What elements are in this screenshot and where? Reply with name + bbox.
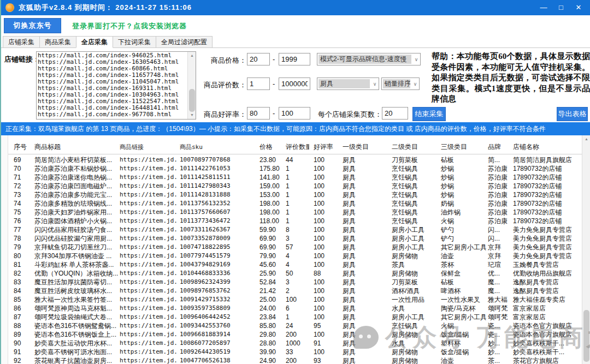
rating-min-input[interactable] — [247, 107, 270, 120]
table-row[interactable]: 83魔豆胜活加厚抗菌防霉切...https://item.jd...100989… — [8, 278, 582, 287]
cell-review-count: 24 — [284, 321, 309, 330]
cell-category1: 厨具 — [341, 208, 390, 217]
rating-max-input[interactable] — [279, 107, 310, 120]
review-max-input[interactable] — [279, 77, 310, 90]
maximize-button[interactable]: □ — [554, 0, 568, 15]
cell-rating: 100 — [309, 225, 341, 234]
cell-index: 86 — [8, 304, 33, 313]
tab-product-collect[interactable]: 商品采集 — [39, 36, 76, 47]
column-header-link[interactable]: 商品链接 — [118, 140, 178, 154]
cell-store: 美力免免厨具专营店 — [511, 234, 582, 243]
cell-brand: 闪... — [486, 225, 511, 234]
table-row[interactable]: 73苏泊康苏泊康多功能元宝...https://item.jd...101114… — [8, 190, 582, 199]
scroll-down-icon[interactable]: ▼ — [188, 111, 196, 119]
cell-category1: 厨具 — [341, 313, 390, 321]
scroll-up-icon[interactable]: ▲ — [582, 135, 590, 143]
table-row[interactable]: 79京拜鱿鱼切花刀切葱丝刀...https://item.jd...100747… — [8, 243, 582, 252]
chevron-down-icon: ∨ — [412, 57, 420, 62]
tab-whole-store-collect[interactable]: 全店采集 — [76, 36, 113, 48]
table-row[interactable]: 87颂呵梵垃圾袋抽绳式大卷...https://item.jd...100964… — [8, 313, 582, 321]
table-row[interactable]: 89瓷语本色316不锈钢饭盒上...https://item.jd...1009… — [8, 330, 582, 339]
table-row[interactable]: 72苏泊康苏泊康凹面电磁炉...https://item.jd...101114… — [8, 182, 582, 190]
cell-store: 瓷语本色官方旗舰店 — [511, 330, 582, 339]
table-row[interactable]: 92茶花银离子抗菌油壶厨房...https://item.jd...100477… — [8, 356, 582, 364]
close-button[interactable]: ✕ — [571, 0, 586, 15]
table-row[interactable]: 80京拜304加厚不锈钢油壶 ...https://item.jd...1007… — [8, 252, 582, 260]
cell-index: 92 — [8, 356, 33, 364]
review-min-input[interactable] — [247, 77, 270, 90]
cell-category1: 厨具 — [341, 173, 390, 182]
cell-rating: 100 — [309, 173, 341, 182]
cell-price: 23.84 — [258, 313, 284, 321]
cell-title: 苏泊康苏泊康凹面电磁炉... — [33, 182, 118, 190]
table-row[interactable]: 78闪闪优品硅胶漏勺家用厨...https://item.jd...100733… — [8, 234, 582, 243]
scroll-up-icon[interactable]: ▲ — [188, 52, 196, 59]
pages-per-shop-input[interactable] — [382, 107, 408, 120]
cell-category1: 厨具 — [341, 348, 390, 356]
table-scrollbar[interactable]: ▲ — [582, 135, 590, 364]
cell-store: 妙奕嘉秩秩斯干... — [511, 348, 582, 356]
table-row[interactable]: 88瓷语本色316不锈钢鸳鸯锅...https://item.jd...1009… — [8, 321, 582, 330]
tab-shop-collect[interactable]: 店铺采集 — [3, 36, 40, 47]
cell-price: 153.00 — [258, 190, 284, 199]
table-row[interactable]: 82优勤（YOUQIN）冰箱收纳...https://item.jd...101… — [8, 269, 582, 278]
mode-select[interactable]: 模式2-可显示品牌信息-速度慢 ∨ — [317, 53, 421, 65]
install-browser-link[interactable]: 登录界面打不开？点我安装浏览器 — [72, 21, 187, 31]
cell-review-count: 44 — [284, 156, 309, 164]
switch-jd-account-button[interactable]: 切换京东号 — [4, 18, 61, 33]
cell-review-count: 1 — [284, 217, 309, 225]
tab-dropdown-word-collect[interactable]: 下拉词采集 — [113, 36, 156, 47]
cell-index: 82 — [8, 269, 33, 278]
table-row[interactable]: 74苏泊康多精致的珐琅锅线...https://item.jd...101137… — [8, 199, 582, 208]
table-row[interactable]: 81斗彩鸡缸杯 单人茶杯茶盏...https://item.jd...10043… — [8, 260, 582, 269]
column-header-rating[interactable]: 好评率 — [309, 140, 341, 154]
cell-category1: 厨具 — [341, 304, 390, 313]
status-bar: 正在采集：双鸟瑞莱旗舰店 的第 13 页商品，总进度：（1504\93）— 小提… — [1, 122, 590, 135]
column-header-brand[interactable]: 品牌 — [486, 140, 511, 154]
column-header-category3[interactable]: 三级类目 — [439, 140, 486, 154]
column-header-title[interactable]: 商品标题 — [33, 140, 118, 154]
table-row[interactable]: 77闪闪优品家用硅胶汤勺食...https://item.jd...100733… — [8, 225, 582, 234]
table-row[interactable]: 84魔豆胜活树皮纹玻璃杯水...https://item.jd...100989… — [8, 287, 582, 295]
price-max-input[interactable] — [279, 53, 310, 65]
column-header-index[interactable]: 序号 — [8, 140, 33, 154]
column-header-category2[interactable]: 二级类目 — [390, 140, 439, 154]
shop-links-input[interactable]: https://mall.jd.com/index-946025.html ht… — [38, 52, 186, 118]
cell-review-count: 57 — [284, 243, 309, 252]
table-row[interactable]: 90妙奕嘉大肚运动饮用水杯...https://item.jd...100860… — [8, 339, 582, 348]
shop-links-scrollbar[interactable]: ▲ ▼ — [187, 52, 196, 119]
minimize-button[interactable]: — — [536, 0, 551, 15]
sort-select[interactable]: 销量排序 ∨ — [381, 77, 420, 90]
scroll-thumb[interactable] — [189, 89, 195, 112]
tab-global-filter-config[interactable]: 全局过滤词配置 — [156, 36, 213, 47]
table-row[interactable]: 71苏泊康苏泊康迷你电热锅...https://item.jd...101114… — [8, 173, 582, 182]
cell-category2: 烹饪锅具 — [390, 182, 439, 190]
cell-title: 妙奕嘉不锈钢可沥水泡面... — [33, 348, 118, 356]
table-row[interactable]: 91妙奕嘉不锈钢可沥水泡面...https://item.jd...100926… — [8, 348, 582, 356]
cell-category1: 厨具 — [341, 225, 390, 234]
column-header-price[interactable]: 价格 — [258, 140, 284, 154]
cell-category3: 陶瓷/马克杯 — [439, 304, 486, 313]
table-scroll-thumb[interactable] — [583, 310, 589, 362]
column-header-sku[interactable]: 商品sku — [178, 140, 258, 154]
cell-brand: 京拜 — [486, 252, 511, 260]
price-label: 商品价格： — [211, 56, 246, 65]
cell-brand: 京拜 — [486, 243, 511, 252]
column-header-store[interactable]: 店铺名称 — [511, 140, 582, 154]
column-header-category1[interactable]: 一级类目 — [341, 140, 390, 154]
price-min-input[interactable] — [247, 53, 270, 65]
cell-sku: 10096406442452 — [178, 313, 258, 321]
table-row[interactable]: 86颂呵梵原神周边马克杯魁...https://item.jd...100935… — [8, 304, 582, 313]
table-row[interactable]: 75苏泊康天妇罗油炸锅家用...https://item.jd...101137… — [8, 208, 582, 217]
cell-rating: 100 — [309, 190, 341, 199]
category-select[interactable]: 厨具 ∨ — [317, 77, 379, 90]
cell-price: 159.00 — [258, 182, 284, 190]
table-row[interactable]: 85雅大福一次性水果签竹签...https://item.jd...100914… — [8, 295, 582, 304]
table-row[interactable]: 69简居简洁小麦秸秆切菜板...https://item.jd...100708… — [8, 156, 582, 164]
table-row[interactable]: 70苏泊康苏泊康不粘锅炒锅...https://item.jd...101114… — [8, 164, 582, 173]
cell-price: 24.90 — [258, 356, 284, 364]
column-header-review-count[interactable]: 评价数量 — [284, 140, 309, 154]
table-row[interactable]: 76苏泊康固体酒精炉小火锅...https://item.jd...101137… — [8, 217, 582, 225]
cell-brand: 妙... — [486, 339, 511, 348]
cell-category1: 厨具 — [341, 287, 390, 295]
